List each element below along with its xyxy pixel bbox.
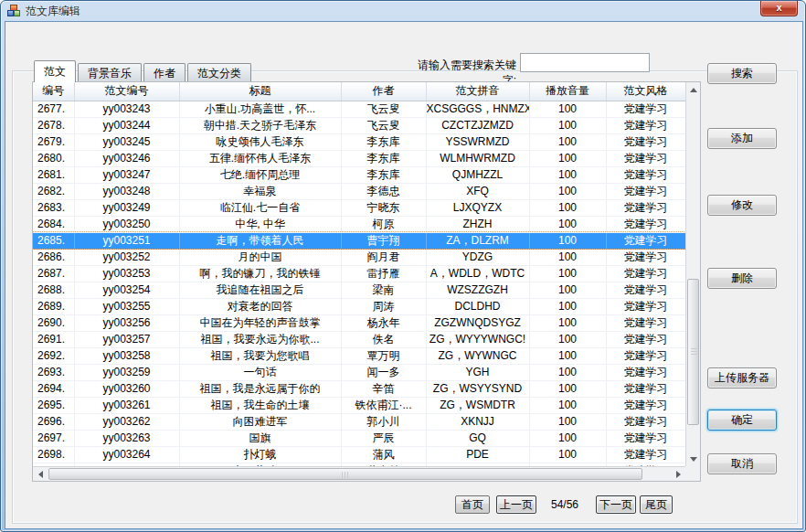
table-cell[interactable]: ZG，WYWNGC bbox=[426, 347, 529, 364]
table-cell[interactable]: yy003259 bbox=[74, 364, 179, 380]
table-cell[interactable]: XFQ bbox=[426, 183, 529, 199]
table-cell[interactable]: 梁南 bbox=[341, 282, 426, 298]
table-cell[interactable]: 李东库 bbox=[341, 166, 426, 183]
table-cell[interactable]: 100 bbox=[529, 232, 606, 249]
tab-fanwen[interactable]: 范文 bbox=[34, 60, 76, 82]
table-cell[interactable]: 祖国，我要永远为你歌... bbox=[179, 331, 341, 347]
table-cell[interactable]: 2690. bbox=[33, 314, 74, 331]
table-row[interactable]: 2677.yy003243小重山.功高盖世，怀...飞云叟XCSGGGS，HNM… bbox=[33, 101, 685, 117]
table-cell[interactable]: yy003262 bbox=[74, 413, 179, 430]
column-header-author[interactable]: 作者 bbox=[341, 82, 426, 101]
table-cell[interactable]: 2689. bbox=[33, 298, 74, 314]
table-cell[interactable]: 100 bbox=[529, 183, 606, 199]
title-bar[interactable]: 范文库编辑 bbox=[1, 1, 805, 21]
last-page-button[interactable]: 尾页 bbox=[640, 495, 673, 514]
table-cell[interactable]: 铁依甫江·... bbox=[341, 397, 426, 413]
scroll-up-icon[interactable] bbox=[686, 82, 701, 97]
table-cell[interactable]: 曹宇翔 bbox=[341, 232, 426, 249]
table-cell[interactable]: 100 bbox=[529, 216, 606, 232]
table-cell[interactable]: 2680. bbox=[33, 150, 74, 166]
table-cell[interactable]: yy003258 bbox=[74, 347, 179, 364]
table-cell[interactable]: 党建学习 bbox=[606, 150, 685, 166]
table-cell[interactable]: yy003261 bbox=[74, 397, 179, 413]
table-row[interactable]: 2696.yy003262向困难进军郭小川XKNJJ100党建学习 bbox=[33, 413, 685, 430]
table-cell[interactable]: yy003251 bbox=[74, 232, 179, 249]
column-header-title[interactable]: 标题 bbox=[179, 82, 341, 101]
delete-button[interactable]: 删除 bbox=[707, 268, 777, 289]
table-cell[interactable]: 2685. bbox=[33, 232, 74, 249]
table-cell[interactable]: 100 bbox=[529, 101, 606, 117]
table-row[interactable]: 2691.yy003257祖国，我要永远为你歌...佚名ZG，WYYYWNGC!… bbox=[33, 331, 685, 347]
table-cell[interactable]: 党建学习 bbox=[606, 166, 685, 183]
table-row[interactable]: 2679.yy003245咏史颂伟人毛泽东李东库YSSWRMZD100党建学习 bbox=[33, 133, 685, 150]
table-row[interactable]: 2694.yy003260祖国，我是永远属于你的辛笛ZG，WSYYSYND100… bbox=[33, 380, 685, 397]
horizontal-scrollbar[interactable] bbox=[33, 466, 685, 481]
table-row[interactable]: 2682.yy003248幸福泉李德忠XFQ100党建学习 bbox=[33, 183, 685, 199]
table-cell[interactable]: XKNJJ bbox=[426, 413, 529, 430]
column-header-volume[interactable]: 播放音量 bbox=[529, 82, 606, 101]
add-button[interactable]: 添加 bbox=[707, 128, 777, 149]
table-row[interactable]: 2681.yy003247七绝.缅怀周总理李东库QJMHZZL100党建学习 bbox=[33, 166, 685, 183]
table-cell[interactable]: 辛笛 bbox=[341, 380, 426, 397]
scroll-down-icon[interactable] bbox=[686, 452, 701, 466]
table-cell[interactable]: yy003244 bbox=[74, 117, 179, 133]
table-cell[interactable]: yy003260 bbox=[74, 380, 179, 397]
table-row[interactable]: 2689.yy003255对衰老的回答周涛DCLDHD100党建学习 bbox=[33, 298, 685, 314]
table-cell[interactable]: 2694. bbox=[33, 380, 74, 397]
table-cell[interactable]: 阎月君 bbox=[341, 249, 426, 265]
table-cell[interactable]: 柯原 bbox=[341, 216, 426, 232]
table-cell[interactable]: 党建学习 bbox=[606, 133, 685, 150]
vertical-scrollbar[interactable] bbox=[685, 82, 700, 466]
table-cell[interactable]: 祖国，我生命的土壤 bbox=[179, 397, 341, 413]
table-cell[interactable]: 100 bbox=[529, 265, 606, 282]
table-cell[interactable]: yy003246 bbox=[74, 150, 179, 166]
close-icon[interactable]: x bbox=[760, 1, 798, 16]
table-row[interactable]: 2697.yy003263国旗严辰GQ100党建学习 bbox=[33, 430, 685, 446]
column-header-id[interactable]: 编号 bbox=[33, 82, 74, 101]
table-cell[interactable]: 2684. bbox=[33, 216, 74, 232]
table-cell[interactable]: 国旗 bbox=[179, 430, 341, 446]
table-cell[interactable]: ZG，WYYYWNGC! bbox=[426, 331, 529, 347]
table-cell[interactable]: yy003263 bbox=[74, 430, 179, 446]
table-cell[interactable]: yy003245 bbox=[74, 133, 179, 150]
table-cell[interactable]: 朝中措.天之骄子毛泽东 bbox=[179, 117, 341, 133]
table-cell[interactable]: 2695. bbox=[33, 397, 74, 413]
table-cell[interactable]: 党建学习 bbox=[606, 101, 685, 117]
table-cell[interactable]: DCLDHD bbox=[426, 298, 529, 314]
table-cell[interactable]: 李德忠 bbox=[341, 183, 426, 199]
table-cell[interactable]: 杨永年 bbox=[341, 314, 426, 331]
table-cell[interactable]: 100 bbox=[529, 380, 606, 397]
table-cell[interactable]: 2696. bbox=[33, 413, 74, 430]
table-cell[interactable]: 佚名 bbox=[341, 331, 426, 347]
table-cell[interactable]: 2697. bbox=[33, 430, 74, 446]
table-cell[interactable]: 走啊，带领着人民 bbox=[179, 232, 341, 249]
column-header-pinyin[interactable]: 范文拼音 bbox=[426, 82, 529, 101]
table-cell[interactable]: 中华, 中华 bbox=[179, 216, 341, 232]
table-cell[interactable]: yy003252 bbox=[74, 249, 179, 265]
table-cell[interactable]: 100 bbox=[529, 413, 606, 430]
table-cell[interactable]: 飞云叟 bbox=[341, 101, 426, 117]
table-cell[interactable]: 2687. bbox=[33, 265, 74, 282]
table-cell[interactable]: 郭小川 bbox=[341, 413, 426, 430]
table-cell[interactable]: 覃万明 bbox=[341, 347, 426, 364]
table-cell[interactable]: 100 bbox=[529, 117, 606, 133]
table-cell[interactable]: 党建学习 bbox=[606, 331, 685, 347]
table-cell[interactable]: 我追随在祖国之后 bbox=[179, 282, 341, 298]
scroll-left-icon[interactable] bbox=[33, 467, 48, 482]
table-cell[interactable]: 中国在为年轻的声音鼓掌 bbox=[179, 314, 341, 331]
table-cell[interactable]: ZA，DLZRM bbox=[426, 232, 529, 249]
table-row[interactable]: 2690.yy003256中国在为年轻的声音鼓掌杨永年ZGZWNQDSYGZ10… bbox=[33, 314, 685, 331]
table-cell[interactable]: 李东库 bbox=[341, 133, 426, 150]
table-cell[interactable]: 党建学习 bbox=[606, 364, 685, 380]
table-cell[interactable]: 100 bbox=[529, 133, 606, 150]
table-cell[interactable]: 100 bbox=[529, 397, 606, 413]
table-row[interactable]: 2695.yy003261祖国，我生命的土壤铁依甫江·...ZG，WSMDTR1… bbox=[33, 397, 685, 413]
table-cell[interactable]: 党建学习 bbox=[606, 117, 685, 133]
modify-button[interactable]: 修改 bbox=[707, 195, 777, 216]
table-cell[interactable]: 2698. bbox=[33, 446, 74, 463]
scroll-right-icon[interactable] bbox=[671, 467, 685, 482]
table-cell[interactable]: 2682. bbox=[33, 183, 74, 199]
table-cell[interactable]: 2692. bbox=[33, 347, 74, 364]
table-row[interactable]: 2693.yy003259一句话闻一多YGH100党建学习 bbox=[33, 364, 685, 380]
table-cell[interactable]: 临江仙.七一自省 bbox=[179, 199, 341, 216]
